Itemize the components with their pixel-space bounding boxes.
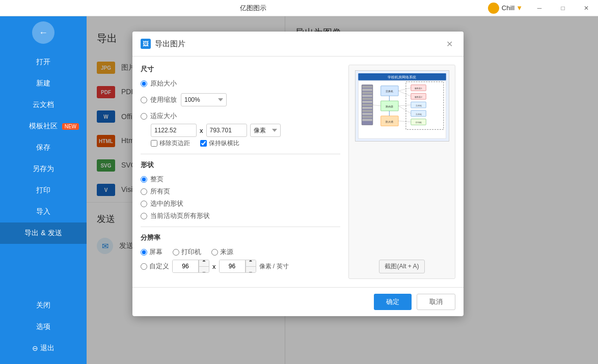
custom-height-input[interactable]: [220, 260, 245, 272]
dialog-title: 导出图片: [155, 39, 185, 49]
sidebar-item-label: 保存: [36, 143, 50, 152]
full-page-radio[interactable]: [141, 176, 147, 183]
sidebar-item-label: 选项: [36, 322, 50, 331]
minimize-button[interactable]: ─: [528, 0, 551, 16]
sidebar-item-label: 另存为: [33, 164, 54, 174]
maximize-button[interactable]: □: [551, 0, 575, 16]
svg-rect-11: [362, 104, 372, 106]
svg-rect-12: [362, 107, 372, 109]
svg-rect-15: [362, 116, 372, 118]
scaled-size-label: 使用缩放: [150, 95, 177, 104]
selected-shapes-radio[interactable]: [141, 201, 147, 207]
size-section: 尺寸 原始大小 使用缩放 100% 50%: [141, 65, 340, 148]
sidebar-item-label: 关闭: [36, 301, 50, 310]
user-dropdown-icon[interactable]: ▼: [516, 4, 523, 12]
size-section-title: 尺寸: [141, 65, 340, 74]
height-input[interactable]: [206, 124, 247, 137]
full-page-label: 整页: [150, 175, 164, 184]
sidebar-item-close[interactable]: 关闭: [0, 295, 87, 316]
new-badge: NEW: [62, 123, 79, 130]
resolution-unit-label: 像素 / 英寸: [259, 262, 289, 271]
printer-label: 打印机: [181, 247, 201, 257]
cancel-button[interactable]: 取消: [417, 294, 455, 310]
sidebar-item-quit[interactable]: ⊖ 退出: [0, 338, 87, 359]
custom-resolution-radio[interactable]: [141, 263, 147, 270]
svg-rect-14: [362, 113, 372, 115]
dialog-icon: 🖼: [141, 39, 151, 49]
svg-text:工作站: 工作站: [415, 104, 421, 107]
keep-ratio-checkbox[interactable]: [200, 140, 207, 147]
all-pages-row: 所有页: [141, 187, 340, 196]
adaptive-size-radio[interactable]: [141, 113, 147, 120]
svg-rect-6: [362, 89, 372, 91]
sidebar-item-options[interactable]: 选项: [0, 316, 87, 338]
stepper-up[interactable]: ▲: [199, 260, 209, 266]
unit-select[interactable]: 像素 毫米 英寸: [250, 124, 281, 137]
close-window-button[interactable]: ✕: [575, 0, 598, 16]
dialog-close-button[interactable]: ✕: [443, 38, 455, 50]
sidebar-item-label: 导出 & 发送: [24, 229, 62, 238]
sidebar-item-saveas[interactable]: 另存为: [0, 158, 87, 180]
scaled-size-radio[interactable]: [141, 97, 147, 103]
svg-rect-5: [362, 86, 372, 88]
selected-shapes-label: 选中的形状: [150, 199, 183, 208]
svg-rect-7: [362, 92, 372, 94]
svg-rect-10: [362, 101, 372, 103]
dimension-separator: x: [200, 127, 203, 134]
svg-rect-9: [362, 98, 372, 100]
stepper-up2[interactable]: ▲: [246, 260, 256, 266]
size-radio-group: 原始大小 使用缩放 100% 50% 200%: [141, 79, 340, 148]
sidebar-item-template[interactable]: 模板社区 NEW: [0, 116, 87, 137]
svg-text:路由器: 路由器: [385, 105, 393, 108]
printer-resolution-radio[interactable]: [173, 249, 179, 256]
sidebar-item-cloud[interactable]: 云文档: [0, 94, 87, 116]
custom-width-input[interactable]: [173, 260, 198, 272]
all-pages-label: 所有页: [150, 187, 170, 196]
scale-select-container: 100% 50% 200%: [181, 93, 227, 106]
original-size-radio[interactable]: [141, 80, 147, 87]
current-page-radio[interactable]: [141, 213, 147, 219]
sidebar-item-label: 打印: [36, 186, 50, 195]
svg-text:打印机: 打印机: [415, 122, 421, 124]
full-page-row: 整页: [141, 175, 340, 184]
source-resolution-radio[interactable]: [211, 249, 218, 256]
adaptive-size-row: 适应大小: [141, 111, 340, 121]
sidebar-item-label: 模板社区: [29, 122, 58, 131]
scale-select[interactable]: 100% 50% 200%: [181, 93, 227, 106]
shape-section: 形状 整页 所有页 选中的形状 当前活动页所有: [141, 160, 340, 220]
width-input[interactable]: [151, 124, 197, 137]
sidebar-item-new[interactable]: 新建: [0, 73, 87, 94]
screen-resolution-radio[interactable]: [141, 249, 147, 256]
stepper-down2[interactable]: ▼: [246, 266, 256, 273]
current-page-row: 当前活动页所有形状: [141, 211, 340, 220]
separator-2: [141, 227, 340, 227]
preview-svg: 学校机房网络系统: [356, 71, 449, 141]
all-pages-radio[interactable]: [141, 188, 147, 195]
window-controls: ─ □ ✕: [528, 0, 598, 16]
app-title: 亿图图示: [23, 4, 483, 13]
stepper-down[interactable]: ▼: [199, 266, 209, 273]
resolution-radio-row: 屏幕 打印机 来源: [141, 247, 340, 257]
separator-1: [141, 154, 340, 154]
sidebar-item-print[interactable]: 打印: [0, 180, 87, 201]
svg-rect-13: [362, 110, 372, 112]
confirm-button[interactable]: 确定: [374, 294, 412, 310]
keep-ratio-label: 保持纵横比: [209, 139, 239, 148]
dialog-preview: 学校机房网络系统: [348, 65, 455, 279]
source-label: 来源: [220, 247, 233, 257]
sidebar-item-open[interactable]: 打开: [0, 51, 87, 73]
sidebar-item-import[interactable]: 导入: [0, 201, 87, 222]
original-size-label: 原始大小: [150, 79, 177, 88]
sidebar-item-save[interactable]: 保存: [0, 137, 87, 158]
remove-margin-checkbox[interactable]: [151, 140, 157, 147]
screenshot-button[interactable]: 截图(Alt + A): [379, 260, 424, 273]
sidebar: ← 打开 新建 云文档 模板社区 NEW 保存 另存为 打印 导入 导出 & 发…: [0, 16, 87, 364]
scaled-size-row: 使用缩放 100% 50% 200%: [141, 91, 340, 108]
svg-rect-8: [362, 95, 372, 97]
sidebar-item-export[interactable]: 导出 & 发送: [0, 222, 87, 244]
svg-text:服务器1: 服务器1: [415, 87, 422, 90]
preview-image: 学校机房网络系统: [355, 70, 449, 142]
back-button[interactable]: ←: [32, 21, 55, 44]
export-image-dialog: 🖼 导出图片 ✕ 尺寸 原始大小: [132, 32, 464, 316]
dialog-overlay: 🖼 导出图片 ✕ 尺寸 原始大小: [87, 16, 598, 364]
